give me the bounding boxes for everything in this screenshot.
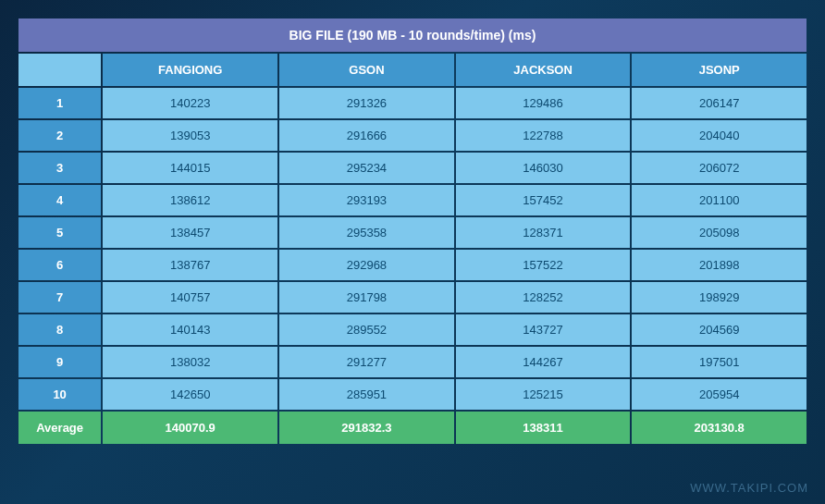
cell-jackson: 157452 <box>456 185 631 215</box>
cell-jsonp: 206147 <box>632 88 807 118</box>
table-row: 9 138032 291277 144267 197501 <box>18 347 807 377</box>
cell-jackson: 146030 <box>456 153 631 183</box>
cell-gson: 292968 <box>279 250 454 280</box>
avg-gson: 291832.3 <box>279 412 454 444</box>
cell-jsonp: 205098 <box>632 217 807 248</box>
cell-jackson: 143727 <box>456 314 631 345</box>
row-number: 4 <box>18 185 101 215</box>
header-gson: GSON <box>279 54 454 86</box>
cell-gson: 291798 <box>279 282 454 313</box>
table-title-row: BIG FILE (190 MB - 10 rounds/time) (ms) <box>18 18 807 52</box>
cell-fangiong: 138032 <box>103 347 277 377</box>
cell-jackson: 128252 <box>456 282 631 313</box>
cell-gson: 295358 <box>279 217 454 248</box>
cell-jackson: 144267 <box>456 347 631 377</box>
cell-fangiong: 138457 <box>103 217 277 248</box>
cell-gson: 291326 <box>279 88 454 118</box>
row-number: 6 <box>18 250 101 280</box>
cell-jsonp: 198929 <box>632 282 807 313</box>
table-header-row: FANGIONG GSON JACKSON JSONP <box>18 54 807 86</box>
table-row: 1 140223 291326 129486 206147 <box>18 88 807 118</box>
cell-fangiong: 138767 <box>103 250 277 280</box>
cell-jackson: 122788 <box>456 120 631 151</box>
table-title: BIG FILE (190 MB - 10 rounds/time) (ms) <box>18 18 807 52</box>
row-number: 7 <box>18 282 101 313</box>
row-number: 1 <box>18 88 101 118</box>
cell-fangiong: 144015 <box>103 153 277 183</box>
cell-jackson: 129486 <box>456 88 631 118</box>
row-number: 8 <box>18 314 101 345</box>
avg-jsonp: 203130.8 <box>632 412 807 444</box>
avg-jackson: 138311 <box>456 412 631 444</box>
header-fangiong: FANGIONG <box>103 54 277 86</box>
cell-jsonp: 201100 <box>632 185 807 215</box>
cell-gson: 291277 <box>279 347 454 377</box>
cell-fangiong: 140223 <box>103 88 277 118</box>
cell-gson: 289552 <box>279 314 454 345</box>
average-row: Average 140070.9 291832.3 138311 203130.… <box>18 412 807 444</box>
cell-jsonp: 206072 <box>632 153 807 183</box>
cell-jsonp: 197501 <box>632 347 807 377</box>
cell-fangiong: 142650 <box>103 379 277 410</box>
benchmark-table: BIG FILE (190 MB - 10 rounds/time) (ms) … <box>17 17 808 446</box>
table-row: 2 139053 291666 122788 204040 <box>18 120 807 151</box>
cell-gson: 295234 <box>279 153 454 183</box>
row-number: 10 <box>18 379 101 410</box>
row-number: 9 <box>18 347 101 377</box>
cell-jackson: 128371 <box>456 217 631 248</box>
cell-jsonp: 205954 <box>632 379 807 410</box>
table-row: 10 142650 285951 125215 205954 <box>18 379 807 410</box>
cell-gson: 291666 <box>279 120 454 151</box>
row-number: 5 <box>18 217 101 248</box>
cell-fangiong: 139053 <box>103 120 277 151</box>
table-row: 3 144015 295234 146030 206072 <box>18 153 807 183</box>
cell-fangiong: 138612 <box>103 185 277 215</box>
table-row: 7 140757 291798 128252 198929 <box>18 282 807 313</box>
cell-jsonp: 204040 <box>632 120 807 151</box>
cell-gson: 293193 <box>279 185 454 215</box>
table-row: 8 140143 289552 143727 204569 <box>18 314 807 345</box>
watermark: WWW.TAKIPI.COM <box>690 481 808 495</box>
header-blank <box>18 54 101 86</box>
avg-fangiong: 140070.9 <box>103 412 277 444</box>
cell-gson: 285951 <box>279 379 454 410</box>
cell-jsonp: 201898 <box>632 250 807 280</box>
table-row: 6 138767 292968 157522 201898 <box>18 250 807 280</box>
cell-jackson: 157522 <box>456 250 631 280</box>
header-jsonp: JSONP <box>632 54 807 86</box>
row-number: 2 <box>18 120 101 151</box>
header-jackson: JACKSON <box>456 54 631 86</box>
cell-jsonp: 204569 <box>632 314 807 345</box>
row-number: 3 <box>18 153 101 183</box>
cell-fangiong: 140757 <box>103 282 277 313</box>
average-label: Average <box>18 412 101 444</box>
table-row: 4 138612 293193 157452 201100 <box>18 185 807 215</box>
cell-jackson: 125215 <box>456 379 631 410</box>
table-row: 5 138457 295358 128371 205098 <box>18 217 807 248</box>
cell-fangiong: 140143 <box>103 314 277 345</box>
